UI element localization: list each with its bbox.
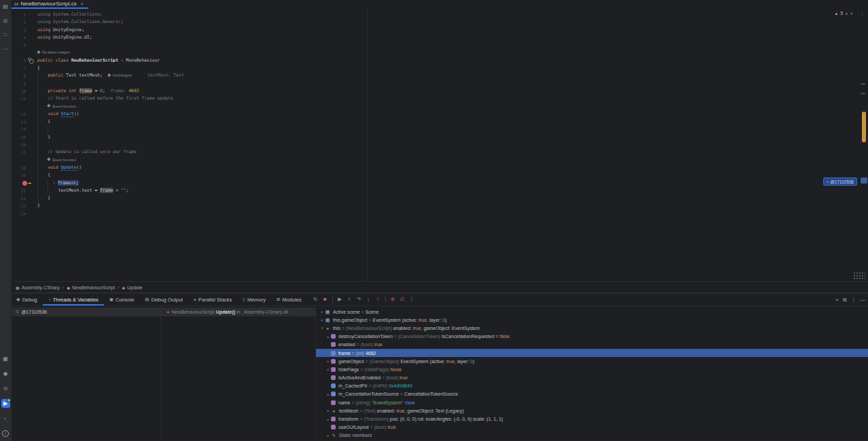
code-line[interactable]: 1using System.Collections; (11, 11, 868, 18)
code-line[interactable]: 22 } (11, 194, 868, 202)
variable-row[interactable]: ▾●this = (NewBehaviourScript) enabled: t… (316, 324, 868, 332)
code-line[interactable]: 4using UnityEngine.UI; (11, 34, 868, 41)
chevron-icon[interactable]: ▸ (319, 310, 325, 314)
tab-modules[interactable]: ⊞Modules (271, 293, 307, 306)
minimize-icon[interactable]: — (861, 297, 866, 303)
variable-row[interactable]: ▸▦Active scene = Scene (316, 308, 868, 316)
code-line[interactable]: 23} (11, 202, 868, 209)
code-line[interactable]: 10 private int frame = 0; frame: 4682 (11, 87, 868, 95)
code-line[interactable]: 3using UnityEngine; (11, 26, 868, 34)
chevron-icon[interactable]: ▸ (326, 359, 331, 363)
tab-threads-variables[interactable]: ◔Threads & Variables (43, 293, 104, 306)
stack-frame-row[interactable]: ●NewBehaviourScript.Update() in , Assemb… (161, 308, 315, 316)
code-line[interactable]: 12 void Start() (11, 110, 868, 118)
view-breakpoints-icon[interactable]: ∅ (398, 297, 407, 302)
breadcrumb-assembly[interactable]: ▦Assembly-CSharp (16, 285, 60, 290)
variable-row[interactable]: ▸▦this.gameObject = EventSystem (active:… (316, 316, 868, 324)
breadcrumb-class[interactable]: ◆NewBehaviourScript (66, 285, 115, 290)
code-line[interactable]: 15 } (11, 133, 868, 141)
variable-row[interactable]: ▸●textMesh = (Text) enabled: true, gameO… (316, 406, 868, 415)
variable-row[interactable]: ▸transform = (Transform) pos: (0, 0, 0) … (316, 415, 868, 423)
code-line[interactable]: 24 (11, 210, 868, 217)
variable-row[interactable]: ▸hideFlags = (HideFlags) None (316, 365, 868, 373)
code-line[interactable]: 19 { (11, 171, 868, 179)
code-editor[interactable]: 1using System.Collections;2using System.… (11, 9, 868, 281)
mute-breakpoints-icon[interactable]: ⊘ (389, 297, 397, 302)
tab-debug[interactable]: ◉Debug (11, 293, 43, 306)
variable-row[interactable]: isActiveAndEnabled = (bool) true (316, 374, 868, 382)
structure-icon[interactable]: ∷ (1, 30, 10, 39)
commit-icon[interactable]: ◎ (1, 16, 10, 25)
more-options-icon[interactable]: ⋮ (851, 297, 856, 303)
code-annotation-line[interactable]: No asset usages (11, 49, 868, 56)
code-line[interactable]: 14 (11, 125, 868, 133)
chevron-icon[interactable]: ▸ (319, 318, 325, 322)
resume-icon[interactable]: ▶ (336, 297, 344, 302)
variable-row[interactable]: ▸ϟStatic members (316, 432, 868, 440)
tab-parallel-stacks[interactable]: ≡Parallel Stacks (189, 293, 237, 306)
tab-debug-output[interactable]: ▤Debug Output (140, 293, 189, 306)
variable-row[interactable]: ▸gameObject = (GameObject) EventSystem (… (316, 357, 868, 365)
breakpoint-icon[interactable] (22, 181, 27, 186)
chevron-icon[interactable]: ▸ (326, 408, 331, 413)
more-tool-windows-icon[interactable]: ⋯ (1, 45, 10, 54)
step-into-icon[interactable]: ↓ (364, 297, 373, 302)
code-line[interactable]: 7{ (11, 64, 868, 72)
code-line[interactable]: 9 (11, 80, 868, 87)
code-line[interactable]: → 1 frame++; (11, 180, 868, 187)
variable-row[interactable]: m_CachedPtr = (IntPtr) 0x4d0d840 (316, 382, 868, 390)
chevron-icon[interactable]: ▸ (326, 367, 331, 371)
code-line[interactable]: 18 void Update() (11, 164, 868, 171)
inspections-more-icon[interactable]: ⋮ (860, 11, 865, 16)
chevron-icon[interactable]: ▸ (326, 335, 331, 339)
hide-icon[interactable]: × (835, 297, 838, 303)
variable-row[interactable]: name = (string) "EventSystem" View (316, 398, 868, 406)
pause-icon[interactable]: ‖ (345, 297, 354, 302)
code-line[interactable]: 5 (11, 41, 868, 49)
code-line[interactable]: 2using System.Collections.Generic; (11, 18, 868, 26)
code-line[interactable]: 11 // Start is called before the first f… (11, 95, 868, 102)
debug-icon[interactable]: ▶ (1, 399, 10, 408)
code-line[interactable]: 16 (11, 141, 868, 148)
layout-settings-icon[interactable]: ⊞ (843, 297, 847, 303)
editor-tab[interactable]: C# NewBehaviourScript.cs × (11, 0, 88, 9)
code-annotation-line[interactable]: Event function (11, 156, 868, 164)
stop-icon[interactable]: ■ (321, 297, 330, 302)
variable-row[interactable]: ▸m_CancellationTokenSource = Cancellatio… (316, 390, 868, 398)
variable-row[interactable]: useGUILayout = (bool) true (316, 423, 868, 432)
thread-row[interactable]: ≡ @17110536 (11, 308, 161, 316)
view-link[interactable]: View (404, 400, 414, 405)
code-line[interactable]: 8 public Text textMesh; Unchanged textMe… (11, 72, 868, 79)
tab-memory[interactable]: ▯Memory (237, 293, 271, 306)
code-annotation-line[interactable]: Event function (11, 103, 868, 110)
breadcrumb-method[interactable]: ◆Update (122, 285, 142, 290)
rerun-icon[interactable]: ↻ (311, 297, 320, 302)
chevron-icon[interactable]: ▸ (326, 392, 331, 396)
code-line[interactable]: 17 // Update is called once per frame (11, 148, 868, 156)
inheritance-icon[interactable] (29, 59, 34, 64)
prev-problem-icon[interactable]: ∧ (845, 11, 848, 16)
step-out-icon[interactable]: ↑ (374, 297, 382, 302)
resize-grip[interactable] (853, 272, 865, 279)
profiler-icon[interactable]: ⊙ (1, 384, 10, 393)
project-icon[interactable]: ▤ (1, 2, 10, 11)
chevron-icon[interactable]: ▸ (326, 434, 331, 438)
next-problem-icon[interactable]: ∨ (850, 11, 853, 16)
run-icon[interactable]: ◉ (1, 369, 10, 378)
chevron-icon[interactable]: ▾ (319, 326, 325, 330)
step-over-icon[interactable]: ↷ (355, 297, 363, 302)
chevron-icon[interactable]: ▸ (326, 417, 331, 421)
more-actions-icon[interactable]: ⋮ (408, 297, 416, 302)
build-icon[interactable]: ▦ (1, 354, 10, 363)
variable-row[interactable]: enabled = (bool) true (316, 341, 868, 349)
inspections-widget[interactable]: ▲ 5 ∧ ∨ (834, 11, 853, 16)
code-line[interactable]: 21 textMesh.text = frame + ""; (11, 187, 868, 194)
variable-row[interactable]: frame = (int) 4682 (316, 349, 868, 357)
code-line[interactable]: 13 { (11, 118, 868, 125)
problems-icon[interactable]: ! (1, 429, 10, 438)
terminal-icon[interactable]: >_ (1, 414, 10, 423)
code-line[interactable]: 6public class NewBehaviourScript : MonoB… (11, 57, 868, 64)
close-tab-icon[interactable]: × (81, 1, 83, 6)
variable-row[interactable]: ▸destroyCancellationToken = (Cancellatio… (316, 333, 868, 341)
tab-console[interactable]: ▣Console (104, 293, 140, 306)
